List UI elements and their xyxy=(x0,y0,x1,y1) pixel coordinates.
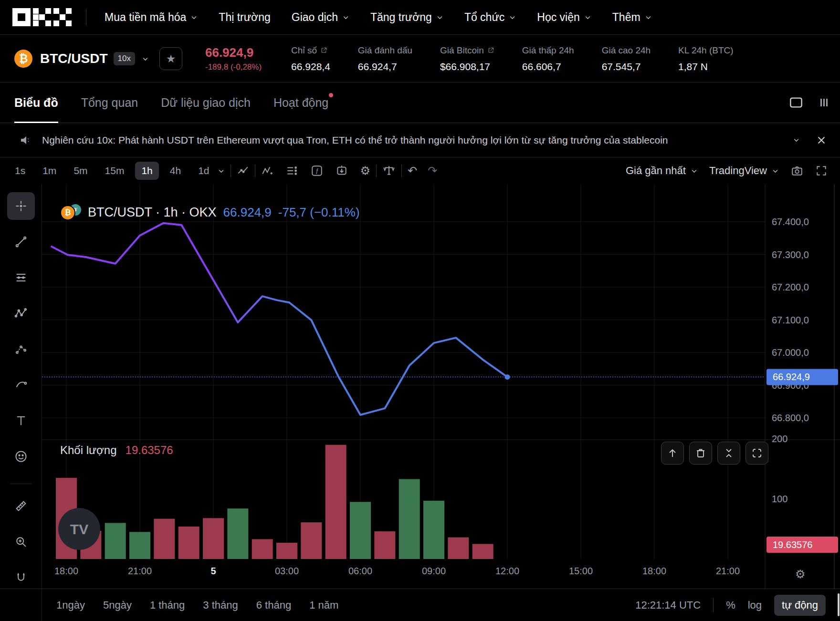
chevron-down-icon[interactable] xyxy=(793,136,800,144)
okx-logo-x xyxy=(53,8,72,26)
move-pane-up-button[interactable] xyxy=(661,442,684,465)
magnet-tool[interactable] xyxy=(7,564,35,591)
interval-1h[interactable]: 1h xyxy=(135,162,158,180)
nav-item-0[interactable]: Mua tiền mã hóa xyxy=(105,11,198,24)
volume-bar xyxy=(129,532,150,559)
nav-item-1[interactable]: Thị trường xyxy=(219,11,270,24)
range-0[interactable]: 1ngày xyxy=(56,599,85,611)
xabcd-pattern-tool[interactable] xyxy=(7,300,35,327)
redo-icon[interactable]: ↷ xyxy=(428,164,437,177)
zoom-in-tool[interactable] xyxy=(7,528,35,556)
stat-label: Giá thấp 24h xyxy=(522,45,574,56)
svg-text:TV: TV xyxy=(70,521,88,537)
collapse-pane-button[interactable] xyxy=(717,442,740,465)
emoji-tool[interactable] xyxy=(7,443,35,470)
indicator-templates-icon[interactable]: ƒ xyxy=(311,165,323,177)
price-mode-select[interactable]: Giá gần nhất xyxy=(626,165,698,177)
pair-coins-icon: ₮ ₿ xyxy=(60,204,81,220)
stat-value: 1,87 N xyxy=(678,61,733,72)
text-tool-tool[interactable] xyxy=(7,407,35,435)
pair-selector[interactable]: ₿ BTC/USDT 10x xyxy=(14,50,149,68)
chart-type-line-icon[interactable] xyxy=(237,165,249,177)
price-chart[interactable]: 67.400,067.300,067.200,067.100,067.000,0… xyxy=(42,184,840,589)
forecast-icon xyxy=(14,342,28,356)
popout-window-icon[interactable] xyxy=(789,97,803,108)
chart-legend[interactable]: ₮ ₿ BTC/USDT · 1h · OKX 66.924,9 -75,7 (… xyxy=(60,204,360,220)
crosshair-icon xyxy=(14,199,28,213)
legend-price: 66.924,9 xyxy=(223,205,272,220)
interval-5m[interactable]: 5m xyxy=(67,162,94,180)
interval-1m[interactable]: 1m xyxy=(36,162,63,180)
okx-logo-k xyxy=(33,8,51,26)
nav-item-6[interactable]: Thêm xyxy=(612,11,652,24)
fib-lines-icon xyxy=(14,271,28,284)
interval-1s[interactable]: 1s xyxy=(9,162,32,180)
interval-1d[interactable]: 1d xyxy=(192,162,215,180)
interval-chevron-icon[interactable] xyxy=(218,167,225,175)
range-3[interactable]: 3 tháng xyxy=(203,599,238,611)
drag-handle-icon[interactable] xyxy=(820,97,829,108)
nav-item-label: Mua tiền mã hóa xyxy=(105,11,186,24)
maximize-pane-button[interactable] xyxy=(746,442,768,465)
close-icon[interactable] xyxy=(816,135,827,145)
pane-controls xyxy=(661,442,768,465)
news-text[interactable]: Nghiên cứu 10x: Phát hành USDT trên Ethe… xyxy=(42,135,668,146)
delete-pane-button[interactable] xyxy=(689,442,712,465)
settings-gear-icon[interactable]: ⚙ xyxy=(360,164,371,177)
trendline-tool[interactable] xyxy=(7,228,35,256)
okx-logo[interactable] xyxy=(12,8,72,26)
fullscreen-icon[interactable] xyxy=(815,165,828,177)
crosshair-tool[interactable] xyxy=(7,192,35,220)
stat-label: Chỉ số xyxy=(291,45,330,56)
percent-scale-button[interactable]: % xyxy=(726,599,735,611)
btc-coin-icon: ₿ xyxy=(60,205,75,220)
display-settings-icon[interactable] xyxy=(286,165,298,177)
tab-label: Biểu đồ xyxy=(14,96,58,110)
interval-15m[interactable]: 15m xyxy=(99,162,131,180)
indicators-icon[interactable] xyxy=(261,165,273,177)
brush-tool[interactable] xyxy=(7,371,35,399)
compare-scale-icon[interactable] xyxy=(382,165,396,177)
volume-bar xyxy=(203,518,224,559)
x-axis-label: 15:00 xyxy=(569,566,593,576)
favorite-button[interactable]: ★ xyxy=(159,47,182,70)
x-axis-label: 18:00 xyxy=(54,566,78,576)
timezone-gear-icon[interactable]: ⚙ xyxy=(795,568,806,580)
range-2[interactable]: 1 tháng xyxy=(150,599,185,611)
nav-item-5[interactable]: Học viện xyxy=(537,11,591,24)
alert-icon[interactable] xyxy=(336,165,348,177)
leverage-badge: 10x xyxy=(114,52,135,65)
vendor-select[interactable]: TradingView xyxy=(709,165,779,177)
tab-0[interactable]: Biểu đồ xyxy=(14,83,58,123)
auto-scale-button[interactable]: tự động xyxy=(774,595,826,616)
utc-clock[interactable]: 12:21:14 UTC xyxy=(635,599,701,611)
ticker-stat-2[interactable]: Giá Bitcoin$66.908,17 xyxy=(440,45,494,72)
interval-4h[interactable]: 4h xyxy=(164,162,187,180)
y-axis-label: 67.300,0 xyxy=(772,249,809,260)
tab-1[interactable]: Tổng quan xyxy=(81,83,138,123)
nav-item-4[interactable]: Tổ chức xyxy=(464,11,516,24)
range-5[interactable]: 1 năm xyxy=(309,599,338,611)
chevron-down-icon[interactable] xyxy=(142,55,149,62)
tab-2[interactable]: Dữ liệu giao dịch xyxy=(161,83,251,123)
stat-label: Giá Bitcoin xyxy=(440,45,494,56)
log-scale-button[interactable]: log xyxy=(748,599,762,611)
nav-item-2[interactable]: Giao dịch xyxy=(292,11,349,24)
nav-item-label: Thị trường xyxy=(219,11,270,24)
undo-icon[interactable]: ↶ xyxy=(408,164,417,177)
volume-bar xyxy=(227,508,248,559)
ruler-tool[interactable] xyxy=(7,492,35,520)
tab-3[interactable]: Hoạt động xyxy=(273,83,328,123)
stat-value: 66.928,4 xyxy=(291,61,330,72)
x-axis-label: 5 xyxy=(210,566,216,576)
forecast-tool[interactable] xyxy=(7,335,35,363)
range-1[interactable]: 5ngày xyxy=(103,599,132,611)
volume-legend[interactable]: Khối lượng 19.63576 xyxy=(60,444,173,457)
external-link-icon xyxy=(320,47,327,54)
ticker-stat-0[interactable]: Chỉ số66.928,4 xyxy=(291,45,330,72)
scrollbar[interactable] xyxy=(838,593,840,616)
camera-icon[interactable] xyxy=(790,165,804,177)
nav-item-3[interactable]: Tăng trưởng xyxy=(370,11,443,24)
fib-lines-tool[interactable] xyxy=(7,264,35,291)
range-4[interactable]: 6 tháng xyxy=(256,599,291,611)
